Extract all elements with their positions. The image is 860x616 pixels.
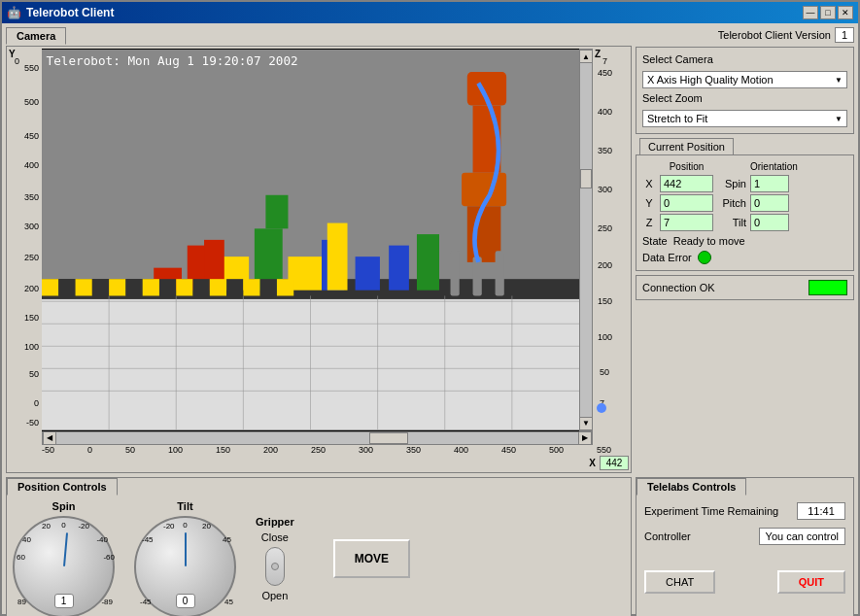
spin-dial-label: Spin — [52, 500, 76, 512]
tilt-value: 0 — [176, 594, 195, 608]
svg-rect-31 — [109, 279, 125, 295]
spin-dial[interactable]: 20 -20 40 -40 60 -60 89 -89 0 1 — [13, 516, 115, 616]
gripper-toggle[interactable] — [265, 547, 285, 586]
move-button[interactable]: MOVE — [333, 539, 410, 578]
svg-rect-48 — [496, 251, 504, 295]
data-error-row: Data Error — [642, 251, 847, 264]
quit-button[interactable]: QUIT — [777, 570, 845, 594]
tilt-dial[interactable]: -20 20 -45 45 -45 45 0 0 — [134, 516, 236, 616]
current-position-title: Current Position — [648, 141, 725, 153]
scroll-thumb-horizontal[interactable] — [369, 432, 408, 444]
select-zoom-label: Select Zoom — [642, 92, 847, 104]
orientation-col-header: Orientation — [750, 161, 789, 172]
controller-label: Controller — [644, 530, 691, 542]
tilt-tick-neg45-left: -45 — [142, 535, 154, 544]
y-tick-350: 350 — [24, 192, 39, 202]
scroll-left-button[interactable]: ◀ — [43, 431, 56, 445]
svg-rect-34 — [159, 279, 176, 295]
x-current-value: 442 — [600, 456, 629, 470]
vertical-scrollbar[interactable]: ▲ ▼ — [579, 49, 593, 431]
camera-scroll-row: Telerobot: Mon Aug 1 19:20:07 2002 ▲ — [42, 49, 593, 431]
svg-rect-33 — [143, 279, 159, 295]
state-row: State Ready to move — [642, 235, 847, 247]
x-tick-200: 200 — [263, 445, 278, 455]
y-tick-500: 500 — [24, 97, 39, 107]
svg-rect-30 — [92, 279, 109, 295]
x-tick-50: 50 — [125, 445, 135, 455]
tilt-tick-0: 0 — [183, 521, 187, 530]
x-tick-300: 300 — [359, 445, 373, 455]
gripper-open-label: Open — [261, 590, 288, 601]
x-value-row: X 442 — [9, 456, 629, 470]
gripper-close-label: Close — [261, 531, 289, 543]
scroll-up-button[interactable]: ▲ — [579, 50, 593, 63]
scroll-thumb-vertical[interactable] — [580, 169, 592, 188]
svg-rect-41 — [277, 279, 293, 295]
zoom-dropdown-arrow: ▼ — [835, 115, 843, 123]
select-camera-dropdown[interactable]: X Axis High Quality Motion ▼ — [642, 71, 847, 88]
y-position-input[interactable] — [660, 194, 713, 212]
connection-led — [808, 280, 847, 295]
z-position-input[interactable] — [660, 214, 713, 231]
spin-tick-neg60: -60 — [103, 553, 115, 562]
position-controls-panel: Position Controls Spin 20 -20 40 -40 60 — [6, 477, 632, 616]
left-panel: Camera Y 0 550 500 450 400 350 30 — [6, 27, 632, 473]
scroll-down-button[interactable]: ▼ — [579, 417, 593, 430]
chat-button[interactable]: CHAT — [644, 570, 715, 594]
telelabs-tab[interactable]: Telelabs Controls — [636, 478, 746, 496]
z-tick-100: 100 — [598, 332, 612, 342]
close-button[interactable]: ✕ — [838, 6, 853, 19]
minimize-button[interactable]: — — [803, 6, 818, 19]
time-remaining-row: Experiment Time Remaining 11:41 — [644, 502, 845, 520]
tilt-tick-neg20: -20 — [163, 522, 175, 530]
connection-row: Connection OK — [636, 275, 854, 300]
position-row-z: Z Tilt — [642, 214, 847, 231]
gripper-label: Gripper — [256, 516, 294, 528]
x-tick-550: 550 — [597, 445, 611, 455]
x-tick-150: 150 — [216, 445, 230, 455]
maximize-button[interactable]: □ — [820, 6, 836, 19]
scroll-track-vertical — [580, 63, 592, 417]
tilt-tick-45: 45 — [223, 535, 231, 544]
svg-rect-25 — [327, 223, 348, 291]
z-tick-50: 50 — [600, 367, 609, 377]
select-zoom-value: Stretch to Fit — [647, 113, 707, 124]
data-error-led — [698, 251, 711, 264]
z-tick-200: 200 — [598, 260, 612, 270]
x-position-input[interactable] — [660, 175, 713, 192]
x-tick-450: 450 — [501, 445, 516, 455]
title-bar: 🤖 Telerobot Client — □ ✕ — [2, 2, 858, 23]
x-tick-250: 250 — [311, 445, 326, 455]
state-label: State — [642, 235, 668, 247]
spin-input[interactable] — [750, 175, 789, 192]
horizontal-scrollbar[interactable]: ◀ ▶ — [42, 431, 593, 445]
y-tick-550: 550 — [24, 63, 39, 73]
controls-body: Spin 20 -20 40 -40 60 -60 89 -89 0 — [7, 495, 631, 616]
svg-rect-29 — [76, 279, 92, 295]
version-bar: Telerobot Client Version 1 — [636, 27, 854, 43]
scroll-right-button[interactable]: ▶ — [578, 431, 592, 445]
camera-tab[interactable]: Camera — [6, 27, 66, 45]
z-marker — [597, 403, 606, 413]
spin-label: Spin — [717, 178, 746, 189]
camera-tab-header: Camera — [6, 27, 632, 44]
tilt-input[interactable] — [750, 214, 789, 231]
x-tick-neg50: -50 — [42, 445, 54, 455]
bottom-section: Position Controls Spin 20 -20 40 -40 60 — [6, 477, 854, 616]
y-label: Y — [642, 197, 656, 209]
z-tick-400: 400 — [598, 107, 612, 117]
tilt-dial-label: Tilt — [177, 500, 192, 512]
svg-rect-35 — [176, 279, 192, 295]
spin-tick-40: 40 — [22, 535, 31, 544]
current-position-tab: Current Position — [639, 138, 734, 154]
pitch-input[interactable] — [750, 194, 789, 212]
spin-tick-89: 89 — [17, 598, 26, 606]
select-zoom-dropdown[interactable]: Stretch to Fit ▼ — [642, 110, 847, 127]
svg-rect-22 — [389, 246, 409, 291]
spin-tick-neg20: -20 — [78, 522, 89, 530]
tilt-label: Tilt — [717, 217, 746, 228]
position-controls-tab[interactable]: Position Controls — [7, 478, 118, 496]
spin-tick-60: 60 — [17, 553, 25, 562]
pitch-label: Pitch — [717, 197, 746, 209]
telelabs-tab-header: Telelabs Controls — [636, 478, 853, 495]
